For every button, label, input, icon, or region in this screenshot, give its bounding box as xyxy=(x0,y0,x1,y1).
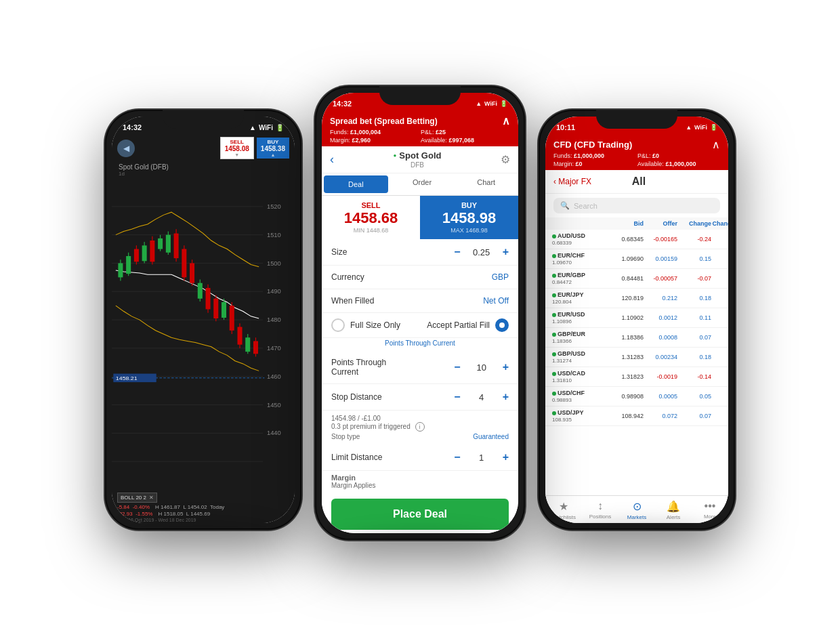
stop-increase-btn[interactable]: + xyxy=(503,391,509,403)
market-changepct-val: 0.07 xyxy=(677,334,711,341)
tab-order[interactable]: Order xyxy=(390,173,455,195)
chart-buy-box[interactable]: BUY 1458.38 ▲ xyxy=(257,138,289,159)
market-row[interactable]: USD/CHF 0.98893 0.98908 0.0005 0.05 xyxy=(545,387,728,406)
market-row[interactable]: EUR/CHF 1.09670 1.09690 0.00159 0.15 xyxy=(545,249,728,269)
tab-chart[interactable]: Chart xyxy=(454,173,518,195)
size-increase-btn[interactable]: + xyxy=(503,246,509,258)
chart-back-btn[interactable]: ◀ xyxy=(117,140,135,157)
phones-container: 14:32 ▲ WiFi 🔋 ◀ xyxy=(91,72,749,554)
alerts-label: Alerts xyxy=(667,514,680,520)
limit-controls: − 1 + xyxy=(454,451,509,463)
phone-1: 14:32 ▲ WiFi 🔋 ◀ xyxy=(105,110,301,530)
col-h-bid[interactable]: Bid xyxy=(606,220,644,227)
sell-label-2: SELL xyxy=(327,201,415,209)
market-row[interactable]: GBP/EUR 1.18366 1.18386 0.0008 0.07 xyxy=(545,328,728,348)
trade-tabs: Deal Order Chart xyxy=(322,173,518,196)
market-changepct-val: 0.15 xyxy=(677,255,711,262)
sell-buy-boxes: SELL 1458.68 MIN 1448.68 BUY 1458.98 MAX… xyxy=(322,196,518,239)
chart-sell-box[interactable]: SELL 1458.08 ▼ xyxy=(220,137,254,159)
nav-watchlists[interactable]: ★ Watchlists xyxy=(545,500,582,520)
market-row[interactable]: GBP/USD 1.31274 1.31283 0.00234 0.18 xyxy=(545,348,728,367)
bottom-nav: ★ Watchlists ↕ Positions ⊙ Markets 🔔 Ale… xyxy=(545,495,728,523)
points-value: 10 xyxy=(471,362,492,373)
trade-close-btn[interactable]: ∧ xyxy=(502,114,510,127)
full-size-label: Full Size Only xyxy=(350,320,400,330)
tab-deal[interactable]: Deal xyxy=(324,175,388,193)
market-offer-val: 1.10902 xyxy=(606,314,644,321)
nav-more[interactable]: ••• More xyxy=(692,500,728,520)
place-deal-btn[interactable]: Place Deal xyxy=(331,499,509,530)
market-change-val: 0.072 xyxy=(644,413,677,419)
stop-info-area: 1454.98 / -£1.00 0.3 pt premium if trigg… xyxy=(322,411,518,444)
size-decrease-btn[interactable]: − xyxy=(454,246,460,258)
stop-type-value: Guaranteed xyxy=(473,433,509,440)
trade-screen: 14:32 ▲ WiFi 🔋 Spread bet (Spread Bettin… xyxy=(322,93,518,533)
info-icon[interactable]: i xyxy=(415,422,425,432)
market-offer-val: 108.942 xyxy=(606,413,644,419)
buy-panel[interactable]: BUY 1458.98 MAX 1468.98 xyxy=(420,196,518,239)
market-offer-val: 1.18386 xyxy=(606,334,644,341)
search-bar[interactable]: 🔍 Search xyxy=(553,198,720,213)
points-increase-btn[interactable]: + xyxy=(503,361,509,373)
col-h-offer[interactable]: Offer xyxy=(644,220,677,227)
stop-premium-info: 0.3 pt premium if triggered i xyxy=(331,422,509,432)
market-offer-val: 0.98908 xyxy=(606,393,644,400)
markets-back-btn[interactable]: ‹ Major FX xyxy=(553,177,591,186)
trade-back-btn[interactable]: ‹ xyxy=(330,152,334,167)
boll-close-btn[interactable]: ✕ xyxy=(149,495,154,501)
market-row[interactable]: EUR/GBP 0.84472 0.84481 -0.00057 -0.07 xyxy=(545,269,728,289)
currency-label: Currency xyxy=(331,272,364,282)
nav-positions[interactable]: ↕ Positions xyxy=(582,500,618,520)
market-row[interactable]: EUR/USD 1.10896 1.10902 0.0012 0.11 xyxy=(545,308,728,328)
margin-section: Margin Margin Applies xyxy=(322,471,518,492)
col-h-changepct[interactable]: Change % xyxy=(711,220,728,227)
markets-nav: ‹ Major FX All xyxy=(545,170,728,194)
mmargin: Margin: £0 xyxy=(553,161,636,167)
market-name: USD/JPY 108.935 xyxy=(552,409,606,423)
svg-text:1440: 1440 xyxy=(267,430,281,436)
col-h-name xyxy=(552,220,606,227)
partial-fill-radio[interactable] xyxy=(495,318,509,332)
market-row[interactable]: USD/JPY 108.935 108.942 0.072 0.07 xyxy=(545,406,728,426)
size-controls: − 0.25 + xyxy=(454,246,509,258)
svg-text:1490: 1490 xyxy=(267,289,281,295)
sell-price-2: 1458.68 xyxy=(327,209,415,227)
limit-decrease-btn[interactable]: − xyxy=(454,451,460,463)
margin-applies: Margin Applies xyxy=(331,482,509,489)
trade-instrument-sub: DFB xyxy=(411,161,424,169)
market-row[interactable]: USD/CAD 1.31810 1.31823 -0.0019 -0.14 xyxy=(545,367,728,387)
trade-instrument-name: Spot Gold xyxy=(399,150,441,161)
market-name: GBP/EUR 1.18366 xyxy=(552,331,606,344)
points-through-field: Points ThroughCurrent − 10 + xyxy=(322,351,518,384)
trade-settings-btn[interactable]: ⚙ xyxy=(501,153,510,166)
partial-fill-label: Accept Partial Fill xyxy=(427,320,490,330)
markets-filter[interactable]: All xyxy=(632,175,646,188)
stop-decrease-btn[interactable]: − xyxy=(454,391,460,403)
svg-text:1470: 1470 xyxy=(267,346,281,352)
nav-alerts[interactable]: 🔔 Alerts xyxy=(655,500,692,520)
market-changepct-val: -0.14 xyxy=(677,373,711,380)
full-size-radio[interactable] xyxy=(331,318,345,332)
trade-nav: ‹ ● Spot Gold DFB ⚙ xyxy=(322,146,518,173)
markets-close-btn[interactable]: ∧ xyxy=(712,138,720,151)
market-row[interactable]: EUR/JPY 120.804 120.819 0.212 0.18 xyxy=(545,289,728,308)
more-label: More xyxy=(704,514,716,520)
markets-icon: ⊙ xyxy=(633,500,642,513)
points-decrease-btn[interactable]: − xyxy=(454,361,460,373)
market-changepct-val: 0.11 xyxy=(677,314,711,321)
markets-header-title: CFD (CFD Trading) xyxy=(553,140,632,150)
sell-panel[interactable]: SELL 1458.68 MIN 1448.68 xyxy=(322,196,420,239)
col-h-change[interactable]: Change xyxy=(677,220,711,227)
watchlists-icon: ★ xyxy=(559,500,568,513)
market-changepct-val: 0.18 xyxy=(677,354,711,360)
buy-price-2: 1458.98 xyxy=(425,209,513,227)
market-changepct-val: -0.07 xyxy=(677,275,711,282)
market-name: AUD/USD 0.68339 xyxy=(552,232,606,246)
market-name: USD/CAD 1.31810 xyxy=(552,370,606,383)
nav-markets[interactable]: ⊙ Markets xyxy=(618,500,655,520)
market-change-val: 0.0008 xyxy=(644,334,677,341)
limit-increase-btn[interactable]: + xyxy=(503,451,509,463)
status-time-3: 10:11 xyxy=(556,123,575,131)
svg-text:1510: 1510 xyxy=(267,232,281,238)
market-row[interactable]: AUD/USD 0.68339 0.68345 -0.00165 -0.24 xyxy=(545,230,728,249)
